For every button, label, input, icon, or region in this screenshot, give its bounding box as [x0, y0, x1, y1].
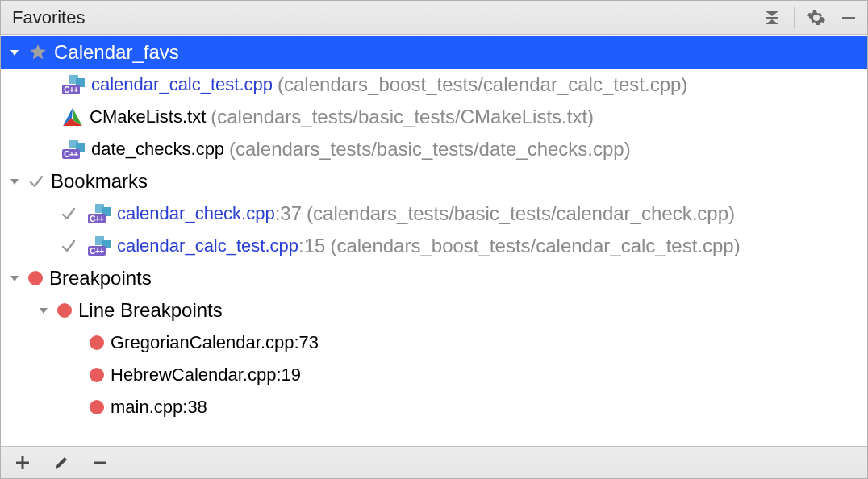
breakpoint-item[interactable]: main.cpp:38 — [1, 391, 867, 423]
group-line-breakpoints[interactable]: Line Breakpoints — [1, 294, 867, 327]
breakpoint-label: HebrewCalendar.cpp:19 — [111, 364, 301, 385]
fav-item[interactable]: C++ date_checks.cpp (calendars_tests/bas… — [1, 133, 867, 165]
file-path: (calendars_tests/basic_tests/date_checks… — [229, 138, 631, 160]
cpp-file-icon: C++ — [62, 140, 85, 159]
breakpoint-item[interactable]: HebrewCalendar.cpp:19 — [1, 359, 867, 391]
cpp-file-icon: C++ — [88, 236, 111, 256]
separator — [794, 7, 795, 28]
file-name[interactable]: calendar_check.cpp — [117, 203, 275, 224]
file-name[interactable]: date_checks.cpp — [91, 139, 224, 160]
svg-rect-0 — [766, 17, 778, 19]
file-path: (calendars_tests/basic_tests/calendar_ch… — [307, 202, 735, 225]
edit-icon[interactable] — [51, 452, 72, 473]
line-number: :37 — [275, 202, 302, 225]
line-number: :15 — [298, 235, 325, 257]
breakpoint-label: GregorianCalendar.cpp:73 — [111, 332, 319, 353]
fav-item[interactable]: C++ calendar_calc_test.cpp (calendars_bo… — [1, 69, 867, 101]
breakpoint-icon — [90, 335, 104, 350]
cmake-file-icon — [62, 107, 83, 127]
breakpoint-icon — [90, 368, 104, 382]
star-icon — [28, 43, 48, 62]
file-path: (calendars_boost_tests/calendar_calc_tes… — [278, 73, 687, 96]
bookmark-check-icon — [61, 206, 77, 222]
breakpoint-icon — [28, 271, 43, 285]
fav-item[interactable]: CMakeLists.txt (calendars_tests/basic_te… — [1, 101, 867, 133]
expand-arrow-icon[interactable] — [6, 269, 23, 287]
file-path: (calendars_tests/basic_tests/CMakeLists.… — [211, 106, 594, 128]
svg-rect-4 — [94, 461, 106, 464]
gear-icon[interactable] — [806, 7, 827, 28]
expand-arrow-icon[interactable] — [35, 302, 52, 319]
breakpoint-label: main.cpp:38 — [111, 397, 207, 418]
remove-icon[interactable] — [90, 452, 111, 473]
group-label: Line Breakpoints — [78, 299, 223, 322]
breakpoint-item[interactable]: GregorianCalendar.cpp:73 — [1, 327, 867, 359]
svg-rect-3 — [16, 461, 29, 464]
panel-title: Favorites — [12, 7, 762, 28]
bookmark-check-icon — [28, 173, 44, 190]
group-breakpoints[interactable]: Breakpoints — [1, 262, 867, 294]
file-name[interactable]: calendar_calc_test.cpp — [91, 74, 273, 95]
file-name[interactable]: calendar_calc_test.cpp — [117, 235, 298, 256]
collapse-expand-icon[interactable] — [762, 7, 782, 28]
expand-arrow-icon[interactable] — [6, 44, 23, 61]
header-actions — [762, 7, 859, 28]
group-label: Bookmarks — [51, 170, 148, 193]
file-name[interactable]: CMakeLists.txt — [90, 106, 206, 127]
add-icon[interactable] — [12, 452, 33, 473]
group-bookmarks[interactable]: Bookmarks — [1, 165, 867, 198]
favorites-tree[interactable]: Calendar_favs C++ calendar_calc_test.cpp… — [1, 35, 867, 446]
group-label: Calendar_favs — [54, 41, 179, 64]
file-path: (calendars_boost_tests/calendar_calc_tes… — [330, 235, 740, 257]
group-label: Breakpoints — [49, 267, 152, 289]
panel-footer — [1, 446, 867, 478]
cpp-file-icon: C++ — [88, 204, 111, 223]
expand-arrow-icon[interactable] — [6, 173, 23, 190]
favorites-panel: Favorites — [0, 0, 868, 479]
panel-header: Favorites — [1, 1, 867, 35]
breakpoint-icon — [57, 303, 72, 318]
breakpoint-icon — [90, 400, 104, 414]
svg-rect-1 — [842, 17, 855, 19]
group-calendar-favs[interactable]: Calendar_favs — [1, 36, 867, 69]
bookmark-item[interactable]: C++ calendar_calc_test.cpp:15 (calendars… — [1, 230, 867, 262]
bookmark-item[interactable]: C++ calendar_check.cpp:37 (calendars_tes… — [1, 198, 867, 230]
cpp-file-icon: C++ — [62, 75, 85, 94]
minimize-icon[interactable] — [838, 7, 859, 28]
bookmark-check-icon — [61, 238, 77, 254]
